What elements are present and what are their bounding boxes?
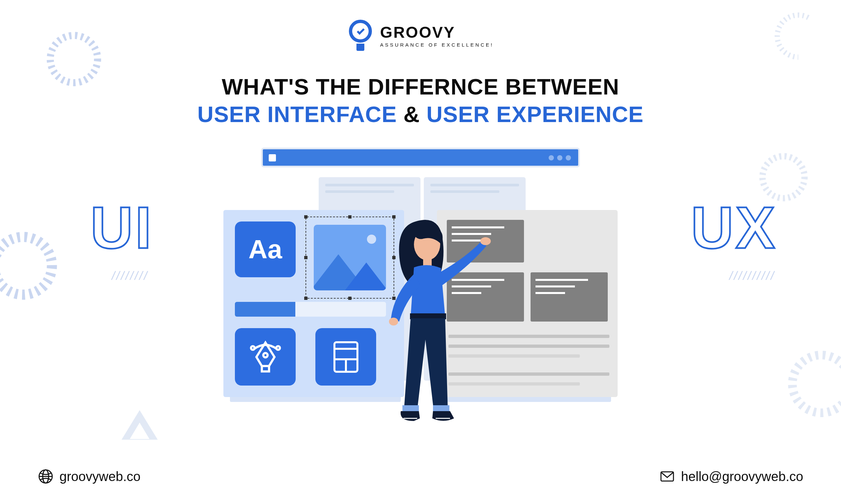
headline-term1: USER INTERFACE [198,102,397,127]
slashes-decor: ////////// [729,269,775,283]
headline: WHAT'S THE DIFFERNCE BETWEEN USER INTERF… [125,74,716,127]
pen-tool-tile [235,328,296,385]
svg-point-15 [480,237,491,245]
browser-bar [261,148,580,167]
headline-amp: & [404,102,420,127]
brand-tagline: ASSURANCE OF EXCELLENCE! [380,42,494,48]
progress-bar-icon [235,302,386,317]
ux-label: UX [691,194,777,262]
email-text: hello@groovyweb.co [681,469,803,484]
brand-name: GROOVY [380,23,494,41]
headline-line2: USER INTERFACE & USER EXPERIENCE [125,102,716,127]
illustration-stage: Aa [210,148,631,430]
svg-rect-19 [433,405,449,411]
layout-tile [315,328,376,385]
lightbulb-icon [347,20,374,51]
decor-ring-icon [44,30,103,89]
svg-point-2 [762,156,805,198]
globe-icon [38,469,54,484]
person-illustration [368,209,493,431]
svg-point-4 [777,15,819,57]
svg-rect-18 [402,405,419,411]
svg-point-0 [50,35,98,83]
mail-icon [659,469,675,484]
slashes-decor: //////// [112,269,149,283]
svg-point-5 [792,355,841,413]
website-link[interactable]: groovyweb.co [38,469,141,484]
brand-logo: GROOVY ASSURANCE OF EXCELLENCE! [347,20,494,51]
typography-tile: Aa [235,221,296,277]
headline-term2: USER EXPERIENCE [426,102,643,127]
ui-label: UI [90,194,153,262]
decor-ring-icon [785,348,841,420]
svg-point-1 [0,237,52,295]
decor-ring-icon [772,10,825,62]
pen-tool-icon [247,339,284,375]
headline-line1: WHAT'S THE DIFFERNCE BETWEEN [125,74,716,100]
wireframe-block [531,272,608,322]
layout-icon [329,339,362,375]
svg-point-16 [389,318,398,325]
window-controls-icon [549,155,571,160]
email-link[interactable]: hello@groovyweb.co [659,469,803,484]
browser-tab-icon [269,154,276,161]
svg-point-6 [263,353,268,357]
decor-ring-icon [0,230,59,302]
typography-aa: Aa [248,234,282,265]
triangle-decor-icon [130,422,150,439]
website-text: groovyweb.co [59,469,141,484]
